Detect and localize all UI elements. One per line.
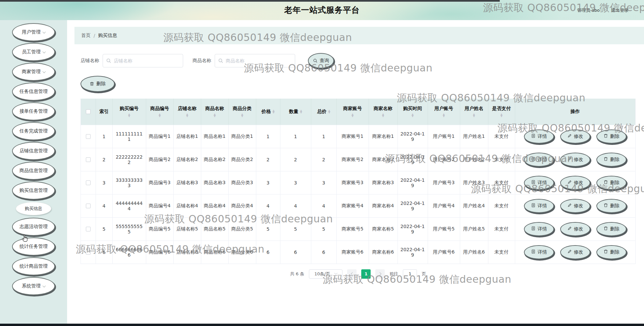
cell-actions: 详情修改删除 <box>515 240 635 264</box>
pagination: 共 6 条 10条/页 1 前往 页 <box>80 269 636 279</box>
sidebar-item-4[interactable]: 接单任务管理 <box>12 102 55 120</box>
sidebar-item-5[interactable]: 任务完成管理 <box>12 122 55 140</box>
sort-desc-icon: ▼ <box>412 115 414 117</box>
table-row-1: 11111111111商品编号1店铺名称1商品名称1商品分类1111商家账号1商… <box>81 125 635 148</box>
bulk-delete-button[interactable]: 删除 <box>80 76 115 92</box>
sort-caret-icon[interactable]: ▲▼ <box>500 113 502 117</box>
row-checkbox[interactable] <box>86 134 91 139</box>
action-button-label: 修改 <box>574 203 583 209</box>
row-checkbox[interactable] <box>86 157 91 162</box>
chevron-left-icon <box>351 272 354 276</box>
sort-caret-icon[interactable]: ▲▼ <box>214 113 216 117</box>
detail-button[interactable]: 详情 <box>524 176 554 190</box>
sidebar-subitem-9[interactable]: 购买信息 <box>16 202 51 215</box>
column-header-label: 店铺名称 <box>178 106 197 112</box>
sort-caret-icon[interactable]: ▲▼ <box>186 113 188 117</box>
sort-desc-icon: ▼ <box>382 115 384 117</box>
edit-button[interactable]: 修改 <box>560 199 590 213</box>
delete-button[interactable]: 删除 <box>596 245 627 259</box>
sort-caret-icon[interactable]: ▲▼ <box>128 113 130 117</box>
goto-page-input[interactable] <box>403 269 417 279</box>
product-name-input[interactable] <box>215 54 295 67</box>
delete-button[interactable]: 删除 <box>596 129 627 144</box>
sidebar-item-label: 接单任务管理 <box>19 108 48 114</box>
sidebar-item-8[interactable]: 购买信息管理 <box>12 181 55 200</box>
delete-button[interactable]: 删除 <box>596 176 627 190</box>
sort-caret-icon[interactable]: ▲▼ <box>328 110 330 114</box>
cell-paid-status: 未支付 <box>488 194 515 217</box>
cell-actions: 详情修改删除 <box>515 125 635 148</box>
sidebar-item-2[interactable]: 商家管理 <box>12 63 55 81</box>
current-page-button[interactable]: 1 <box>361 269 371 279</box>
detail-button[interactable]: 详情 <box>524 129 554 144</box>
sidebar-item-3[interactable]: 任务信息管理 <box>12 83 55 101</box>
column-header-4: 店铺名称▲▼ <box>173 99 201 125</box>
page-size-value: 10条/页 <box>314 271 330 277</box>
select-all-checkbox[interactable] <box>86 109 91 114</box>
shop-name-input[interactable] <box>103 54 183 67</box>
delete-button[interactable]: 删除 <box>596 199 627 213</box>
action-button-label: 删除 <box>610 157 620 163</box>
row-checkbox[interactable] <box>86 250 91 255</box>
cell-index: 2 <box>96 148 112 171</box>
sidebar-item-12[interactable]: 统计商品管理 <box>12 257 55 275</box>
detail-button[interactable]: 详情 <box>524 199 554 213</box>
search-icon <box>313 58 318 63</box>
row-checkbox[interactable] <box>86 227 91 231</box>
sidebar-item-6[interactable]: 店铺信息管理 <box>12 142 55 160</box>
logout-link[interactable]: 退出登录 <box>611 7 629 13</box>
page-size-select[interactable]: 10条/页 <box>309 269 342 279</box>
delete-button[interactable]: 删除 <box>596 222 627 236</box>
detail-button[interactable]: 详情 <box>524 153 554 167</box>
next-page-button[interactable] <box>375 269 385 279</box>
edit-button[interactable]: 修改 <box>560 176 590 190</box>
sidebar-item-7[interactable]: 商品信息管理 <box>12 162 55 180</box>
column-header-inner: 购买时间▲▼ <box>400 106 426 117</box>
column-header-label: 用户姓名 <box>465 106 483 112</box>
sort-caret-icon[interactable]: ▲▼ <box>272 110 274 114</box>
column-header-6: 商品分类▲▼ <box>228 99 256 125</box>
row-select-cell <box>81 125 96 148</box>
cell-category: 商品分类2 <box>228 148 256 171</box>
edit-button[interactable]: 修改 <box>560 153 590 167</box>
search-button[interactable]: 查询 <box>308 53 334 68</box>
sort-caret-icon[interactable]: ▲▼ <box>473 113 475 117</box>
edit-button[interactable]: 修改 <box>560 222 590 236</box>
cell-purchase-no: 2222222222 <box>112 148 146 171</box>
prev-page-button[interactable] <box>347 269 357 279</box>
cell-merchant-name: 商家名称4 <box>369 194 397 217</box>
column-header-label: 用户账号 <box>434 106 453 112</box>
cell-shop-name: 店铺名称2 <box>173 148 201 171</box>
delete-button[interactable]: 删除 <box>596 153 627 167</box>
sidebar-item-13[interactable]: 系统管理 <box>12 277 55 295</box>
action-button-label: 删除 <box>610 203 620 209</box>
document-icon <box>531 249 536 255</box>
column-header-13: 用户账号▲▼ <box>428 99 460 125</box>
row-checkbox[interactable] <box>86 204 91 208</box>
breadcrumb-home[interactable]: 首页 <box>81 33 91 39</box>
row-checkbox[interactable] <box>86 180 91 185</box>
edit-button[interactable]: 修改 <box>560 129 590 144</box>
sidebar-item-0[interactable]: 用户管理 <box>12 23 55 41</box>
action-button-label: 删除 <box>610 226 620 232</box>
sort-caret-icon[interactable]: ▲▼ <box>300 110 302 114</box>
sort-caret-icon[interactable]: ▲▼ <box>443 113 445 117</box>
sidebar-item-11[interactable]: 统计任务管理 <box>12 237 55 256</box>
sort-caret-icon[interactable]: ▲▼ <box>382 113 384 117</box>
cell-merchant-name: 商家名称5 <box>369 217 397 240</box>
cell-purchase-time: 2022-04-19 <box>397 217 428 240</box>
column-header-inner: 数量▲▼ <box>282 109 309 115</box>
column-header-inner: 总价▲▼ <box>313 109 334 115</box>
sort-caret-icon[interactable]: ▲▼ <box>241 113 243 117</box>
sidebar-item-1[interactable]: 员工管理 <box>12 43 55 61</box>
pencil-icon <box>567 180 572 185</box>
edit-button[interactable]: 修改 <box>560 245 590 259</box>
sort-caret-icon[interactable]: ▲▼ <box>159 113 161 117</box>
sort-caret-icon[interactable]: ▲▼ <box>412 113 414 117</box>
detail-button[interactable]: 详情 <box>524 245 554 259</box>
search-icon <box>106 58 111 63</box>
sort-caret-icon[interactable]: ▲▼ <box>352 113 354 117</box>
sidebar-item-10[interactable]: 志愿活动管理 <box>12 218 55 236</box>
trash-icon <box>603 249 608 255</box>
detail-button[interactable]: 详情 <box>524 222 554 236</box>
